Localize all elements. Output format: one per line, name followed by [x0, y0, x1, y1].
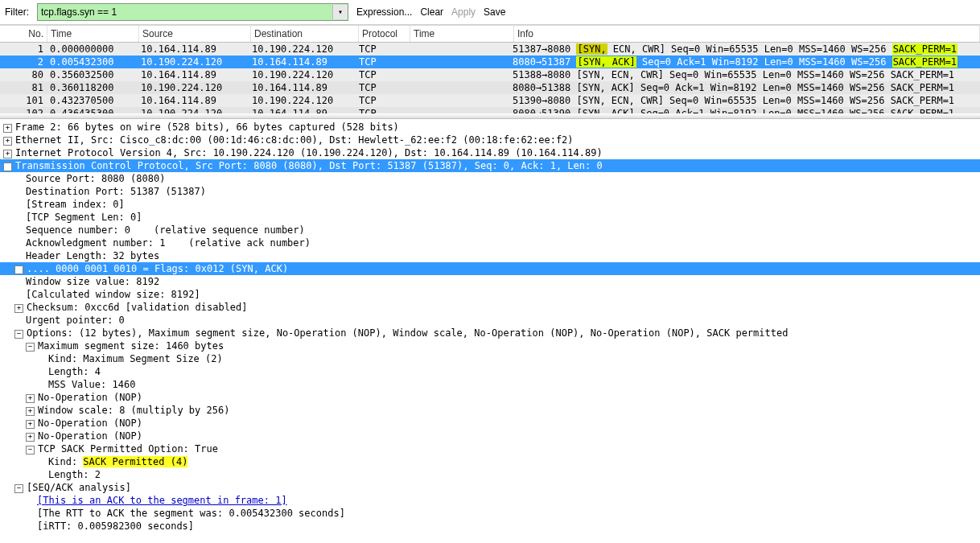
- filter-label: Filter:: [5, 6, 29, 18]
- tcp-header-len[interactable]: Header Length: 32 bytes: [0, 249, 980, 262]
- tcp-dest-port[interactable]: Destination Port: 51387 (51387): [0, 185, 980, 198]
- tcp-seq[interactable]: Sequence number: 0 (relative sequence nu…: [0, 224, 980, 237]
- tcp-window-size[interactable]: Window size value: 8192: [0, 275, 980, 288]
- tcp-calc-window[interactable]: [Calculated window size: 8192]: [0, 288, 980, 301]
- expand-icon[interactable]: +: [14, 265, 23, 274]
- opt-sack-perm[interactable]: −TCP SACK Permitted Option: True: [0, 442, 980, 455]
- opt-wscale[interactable]: +Window scale: 8 (multiply by 256): [0, 404, 980, 417]
- opt-sack-kind[interactable]: Kind: SACK Permitted (4): [0, 455, 980, 468]
- expand-icon[interactable]: +: [26, 433, 35, 442]
- save-button[interactable]: Save: [484, 6, 505, 18]
- col-time[interactable]: Time: [47, 26, 139, 42]
- opt-sack-len[interactable]: Length: 2: [0, 468, 980, 481]
- tcp-stream-index[interactable]: [Stream index: 0]: [0, 198, 980, 211]
- packet-row[interactable]: 20.00543230010.190.224.12010.164.114.89T…: [0, 56, 980, 68]
- filter-toolbar: Filter: ▾ Expression... Clear Apply Save: [0, 0, 980, 25]
- collapse-icon[interactable]: −: [26, 446, 35, 455]
- filter-input-wrap: ▾: [37, 3, 348, 21]
- col-protocol[interactable]: Protocol: [359, 26, 410, 42]
- opt-mss-len[interactable]: Length: 4: [0, 365, 980, 378]
- expand-icon[interactable]: +: [3, 137, 12, 146]
- expand-icon[interactable]: +: [26, 420, 35, 429]
- ack-frame-link[interactable]: [This is an ACK to the segment in frame:…: [0, 494, 980, 507]
- col-info[interactable]: Info: [514, 26, 980, 42]
- filter-dropdown-button[interactable]: ▾: [332, 5, 348, 19]
- col-dest[interactable]: Destination: [251, 26, 359, 42]
- opt-mss[interactable]: −Maximum segment size: 1460 bytes: [0, 339, 980, 352]
- packet-row[interactable]: 800.35603250010.164.114.8910.190.224.120…: [0, 68, 980, 81]
- collapse-icon[interactable]: −: [3, 162, 12, 171]
- collapse-icon[interactable]: −: [26, 343, 35, 352]
- packet-row[interactable]: 810.36011820010.190.224.12010.164.114.89…: [0, 81, 980, 94]
- expand-icon[interactable]: +: [26, 407, 35, 416]
- expand-icon[interactable]: +: [14, 304, 23, 313]
- col-source[interactable]: Source: [139, 26, 251, 42]
- clear-button[interactable]: Clear: [420, 6, 443, 18]
- col-time2[interactable]: Time: [410, 26, 514, 42]
- opt-nop3[interactable]: +No-Operation (NOP): [0, 430, 980, 442]
- packet-list: No. Time Source Destination Protocol Tim…: [0, 25, 980, 113]
- packet-row[interactable]: 1020.43643530010.190.224.12010.164.114.8…: [0, 107, 980, 113]
- filter-input[interactable]: [38, 6, 332, 19]
- sack-kind-highlight: SACK Permitted (4): [83, 456, 187, 467]
- seq-ack-analysis[interactable]: −[SEQ/ACK analysis]: [0, 481, 980, 494]
- packet-row[interactable]: 10.00000000010.164.114.8910.190.224.120T…: [0, 43, 980, 56]
- col-no[interactable]: No.: [0, 26, 47, 42]
- tree-tcp[interactable]: −Transmission Control Protocol, Src Port…: [0, 159, 980, 172]
- tree-ip[interactable]: +Internet Protocol Version 4, Src: 10.19…: [0, 146, 980, 159]
- packet-details: +Frame 2: 66 bytes on wire (528 bits), 6…: [0, 119, 980, 537]
- collapse-icon[interactable]: −: [14, 330, 23, 339]
- collapse-icon[interactable]: −: [14, 484, 23, 493]
- opt-mss-value[interactable]: MSS Value: 1460: [0, 378, 980, 391]
- tcp-checksum[interactable]: +Checksum: 0xcc6d [validation disabled]: [0, 301, 980, 314]
- tree-ethernet[interactable]: +Ethernet II, Src: Cisco_c8:dc:00 (00:1d…: [0, 134, 980, 146]
- irtt[interactable]: [iRTT: 0.005982300 seconds]: [0, 520, 980, 533]
- tcp-urgent[interactable]: Urgent pointer: 0: [0, 314, 980, 327]
- packet-row[interactable]: 1010.43237050010.164.114.8910.190.224.12…: [0, 94, 980, 107]
- tcp-flags[interactable]: +.... 0000 0001 0010 = Flags: 0x012 (SYN…: [0, 262, 980, 275]
- tcp-options[interactable]: −Options: (12 bytes), Maximum segment si…: [0, 327, 980, 339]
- expand-icon[interactable]: +: [26, 394, 35, 403]
- expand-icon[interactable]: +: [3, 124, 12, 133]
- expression-button[interactable]: Expression...: [356, 6, 412, 18]
- packet-list-header: No. Time Source Destination Protocol Tim…: [0, 26, 980, 43]
- opt-mss-kind[interactable]: Kind: Maximum Segment Size (2): [0, 352, 980, 365]
- expand-icon[interactable]: +: [3, 150, 12, 158]
- tcp-ack[interactable]: Acknowledgment number: 1 (relative ack n…: [0, 237, 980, 249]
- tcp-segment-len[interactable]: [TCP Segment Len: 0]: [0, 211, 980, 224]
- apply-button[interactable]: Apply: [451, 6, 476, 18]
- opt-nop1[interactable]: +No-Operation (NOP): [0, 391, 980, 404]
- opt-nop2[interactable]: +No-Operation (NOP): [0, 417, 980, 430]
- tree-frame[interactable]: +Frame 2: 66 bytes on wire (528 bits), 6…: [0, 121, 980, 134]
- tcp-source-port[interactable]: Source Port: 8080 (8080): [0, 172, 980, 185]
- rtt-to-ack[interactable]: [The RTT to ACK the segment was: 0.00543…: [0, 507, 980, 520]
- pane-splitter[interactable]: [0, 113, 980, 119]
